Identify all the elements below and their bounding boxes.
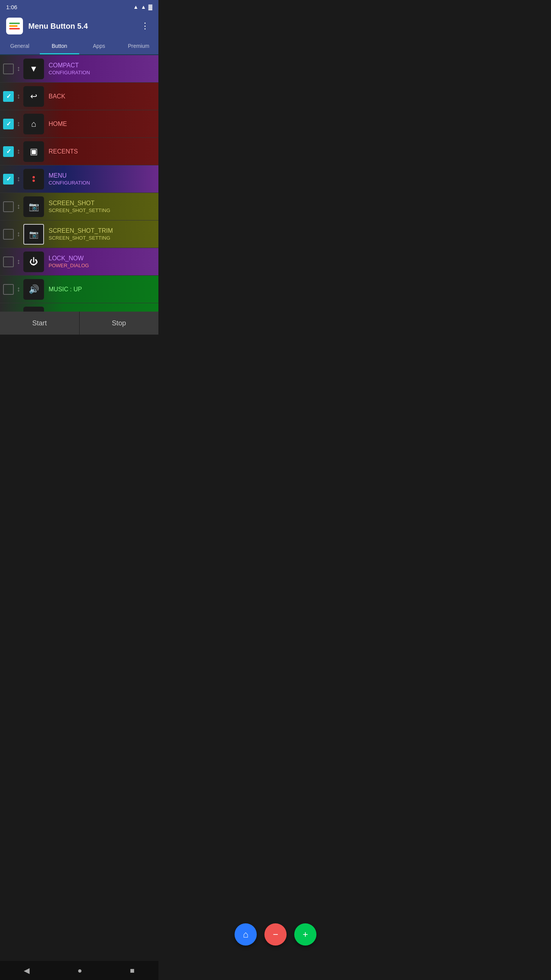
- app-header: Menu Button 5.4 ⋮: [0, 14, 158, 38]
- checkbox-5[interactable]: [3, 201, 14, 212]
- wifi-icon: ▲: [133, 4, 139, 10]
- list-item: ▼ COMPACT CONFIGURATION: [0, 55, 158, 83]
- item-label-sub-6: SCREEN_SHOT_SETTING: [49, 235, 155, 241]
- status-bar: 1:06 ▲ ▲ ▓: [0, 0, 158, 14]
- signal-icon: ▲: [141, 4, 146, 10]
- tab-premium[interactable]: Premium: [119, 38, 159, 54]
- item-label-main-3: RECENTS: [49, 148, 155, 155]
- checkbox-3[interactable]: [3, 146, 14, 157]
- tab-button[interactable]: Button: [40, 38, 80, 54]
- item-label-main-6: SCREEN_SHOT_TRIM: [49, 227, 155, 234]
- checkbox-6[interactable]: [3, 229, 14, 240]
- item-labels-5: SCREEN_SHOT SCREEN_SHOT_SETTING: [49, 200, 155, 213]
- item-label-main-2: HOME: [49, 121, 155, 127]
- list-item: ⏻ LOCK_NOW POWER_DIALOG: [0, 248, 158, 276]
- list-item: ▣ RECENTS: [0, 138, 158, 165]
- button-list: ▼ COMPACT CONFIGURATION ↩ BACK ⌂ HOME ▣ …: [0, 55, 158, 331]
- item-labels-1: BACK: [49, 93, 155, 100]
- app-logo: [6, 18, 23, 34]
- sort-arrows-5[interactable]: [17, 203, 20, 211]
- list-item: 📷 SCREEN_SHOT SCREEN_SHOT_SETTING: [0, 193, 158, 220]
- logo-line-1: [9, 23, 20, 24]
- item-label-sub-7: POWER_DIALOG: [49, 263, 155, 268]
- checkbox-7[interactable]: [3, 256, 14, 267]
- bottom-bar: Start Stop: [0, 312, 158, 335]
- list-item: 🔊 MUSIC : UP: [0, 276, 158, 303]
- item-labels-6: SCREEN_SHOT_TRIM SCREEN_SHOT_SETTING: [49, 227, 155, 241]
- status-time: 1:06: [6, 4, 17, 10]
- tab-general[interactable]: General: [0, 38, 40, 54]
- item-icon-compact: ▼: [23, 59, 44, 79]
- item-labels-4: MENU CONFIGURATION: [49, 172, 155, 186]
- item-labels-0: COMPACT CONFIGURATION: [49, 62, 155, 75]
- checkbox-1[interactable]: [3, 91, 14, 102]
- sort-arrows-6[interactable]: [17, 230, 20, 238]
- logo-line-3: [9, 28, 20, 29]
- item-icon-music-up: 🔊: [23, 279, 44, 300]
- sort-arrows-7[interactable]: [17, 258, 20, 266]
- item-icon-lock: ⏻: [23, 252, 44, 272]
- tab-apps[interactable]: Apps: [79, 38, 119, 54]
- list-item: ⌂ HOME: [0, 110, 158, 138]
- item-icon-home: ⌂: [23, 114, 44, 134]
- list-item: MENU CONFIGURATION: [0, 165, 158, 193]
- checkbox-0[interactable]: [3, 64, 14, 74]
- sort-arrows-1[interactable]: [17, 92, 20, 100]
- stop-button[interactable]: Stop: [80, 312, 159, 335]
- status-icons: ▲ ▲ ▓: [133, 4, 152, 10]
- item-labels-8: MUSIC : UP: [49, 286, 155, 293]
- item-labels-7: LOCK_NOW POWER_DIALOG: [49, 255, 155, 268]
- start-button[interactable]: Start: [0, 312, 79, 335]
- checkbox-2[interactable]: [3, 119, 14, 129]
- item-icon-screenshot-trim: 📷: [23, 224, 44, 245]
- checkbox-8[interactable]: [3, 284, 14, 295]
- sort-arrows-0[interactable]: [17, 65, 20, 73]
- sort-arrows-4[interactable]: [17, 175, 20, 183]
- item-label-sub-5: SCREEN_SHOT_SETTING: [49, 207, 155, 213]
- sort-arrows-8[interactable]: [17, 285, 20, 293]
- battery-icon: ▓: [148, 4, 152, 10]
- sort-arrows-2[interactable]: [17, 120, 20, 128]
- item-label-main-5: SCREEN_SHOT: [49, 200, 155, 207]
- item-icon-screenshot: 📷: [23, 196, 44, 217]
- item-label-main-8: MUSIC : UP: [49, 286, 155, 293]
- sort-arrows-3[interactable]: [17, 147, 20, 155]
- logo-line-2: [9, 25, 18, 27]
- item-icon-back: ↩: [23, 86, 44, 107]
- checkbox-4[interactable]: [3, 174, 14, 185]
- list-item: ↩ BACK: [0, 83, 158, 110]
- header-title: Menu Button 5.4: [28, 22, 132, 31]
- item-label-main-0: COMPACT: [49, 62, 155, 69]
- item-icon-menu: [23, 169, 44, 189]
- list-item: 📷 SCREEN_SHOT_TRIM SCREEN_SHOT_SETTING: [0, 220, 158, 248]
- tabs-bar: General Button Apps Premium: [0, 38, 158, 54]
- item-label-sub-0: CONFIGURATION: [49, 70, 155, 75]
- item-label-sub-4: CONFIGURATION: [49, 180, 155, 186]
- item-icon-recents: ▣: [23, 141, 44, 162]
- item-label-main-1: BACK: [49, 93, 155, 100]
- logo-lines: [9, 23, 20, 29]
- item-label-main-7: LOCK_NOW: [49, 255, 155, 262]
- item-labels-3: RECENTS: [49, 148, 155, 155]
- header-menu-button[interactable]: ⋮: [138, 20, 152, 33]
- item-label-main-4: MENU: [49, 172, 155, 179]
- item-labels-2: HOME: [49, 121, 155, 127]
